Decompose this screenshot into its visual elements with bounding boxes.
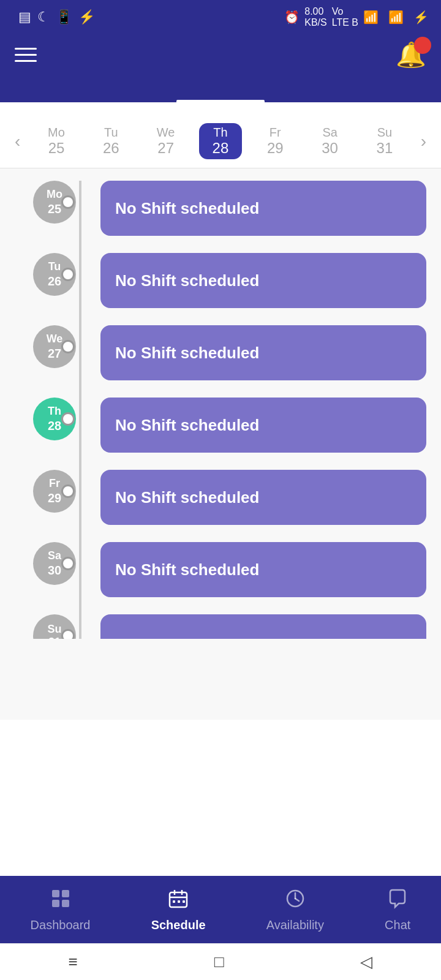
- status-icon-2: ☾: [37, 9, 50, 25]
- day-item-28[interactable]: Th28: [199, 123, 242, 159]
- timeline-line: [79, 181, 81, 253]
- tab-history[interactable]: [294, 81, 441, 102]
- svg-rect-0: [52, 890, 59, 897]
- svg-rect-8: [173, 900, 175, 903]
- status-speed: 8.00KB/S: [304, 6, 326, 28]
- timeline-dot-29: [61, 484, 75, 498]
- status-right: ⏰ 8.00KB/S VoLTE B 📶 📶 ⚡: [284, 6, 429, 28]
- prev-week-button[interactable]: ‹: [6, 129, 29, 154]
- sys-menu-button[interactable]: ≡: [69, 952, 78, 971]
- tab-bar: [0, 81, 441, 102]
- shift-text-27: No Shift scheduled: [115, 344, 259, 363]
- signal-icon: 📶: [363, 10, 379, 24]
- shift-text-29: No Shift scheduled: [115, 488, 259, 507]
- timeline-col: Tu26: [15, 253, 94, 296]
- bottom-navigation: DashboardScheduleAvailabilityChat: [0, 876, 441, 943]
- timeline-col: Sa30: [15, 542, 94, 585]
- schedule-row-29: Fr29No Shift scheduled: [15, 470, 426, 525]
- nav-label-availability: Availability: [266, 918, 324, 932]
- schedule-icon: [167, 888, 189, 914]
- svg-rect-3: [62, 900, 69, 907]
- svg-rect-9: [178, 900, 180, 903]
- hamburger-button[interactable]: [15, 48, 37, 62]
- day-item-31[interactable]: Su31: [363, 123, 406, 159]
- timeline-dot-30: [61, 557, 75, 570]
- schedule-row-partial: Su31: [15, 614, 426, 639]
- timeline-line-partial: [79, 614, 81, 639]
- status-icon-3: 📱: [56, 9, 72, 25]
- shift-text-25: No Shift scheduled: [115, 199, 259, 218]
- shift-text-28: No Shift scheduled: [115, 416, 259, 435]
- nav-item-schedule[interactable]: Schedule: [139, 884, 218, 936]
- timeline-dot-25: [61, 195, 75, 209]
- nav-label-dashboard: Dashboard: [31, 918, 91, 932]
- nav-item-dashboard[interactable]: Dashboard: [18, 884, 103, 936]
- day-item-30[interactable]: Sa30: [309, 123, 352, 159]
- timeline-col: Th28: [15, 398, 94, 440]
- svg-rect-10: [183, 900, 185, 903]
- day-item-26[interactable]: Tu26: [89, 123, 132, 159]
- status-vo: VoLTE B: [332, 6, 358, 28]
- timeline-dot-partial: [61, 629, 75, 639]
- day-item-27[interactable]: We27: [145, 123, 187, 159]
- schedule-row-26: Tu26No Shift scheduled: [15, 253, 426, 308]
- availability-icon: [284, 888, 306, 914]
- timeline-line: [79, 325, 81, 398]
- shift-card-28[interactable]: No Shift scheduled: [100, 398, 426, 453]
- status-bar: ▤ ☾ 📱 ⚡ ⏰ 8.00KB/S VoLTE B 📶 📶 ⚡: [0, 0, 441, 34]
- system-navigation: ≡ □ ◁: [0, 943, 441, 980]
- sys-back-button[interactable]: ◁: [360, 952, 372, 971]
- nav-item-chat[interactable]: Chat: [372, 884, 423, 936]
- schedule-row-25: Mo25No Shift scheduled: [15, 181, 426, 236]
- shift-card-30[interactable]: No Shift scheduled: [100, 542, 426, 597]
- timeline-line: [79, 253, 81, 325]
- next-week-button[interactable]: ›: [412, 129, 435, 154]
- timeline-dot-28: [61, 412, 75, 426]
- status-icon-1: ▤: [18, 9, 31, 25]
- sys-home-button[interactable]: □: [214, 952, 224, 971]
- timeline-col-partial: Su31: [15, 614, 94, 639]
- svg-rect-1: [62, 890, 69, 897]
- notification-badge: [414, 37, 431, 54]
- timeline-line: [79, 542, 81, 614]
- week-navigation: ‹ Mo25Tu26We27Th28Fr29Sa30Su31 ›: [0, 119, 441, 168]
- status-left: ▤ ☾ 📱 ⚡: [12, 9, 95, 25]
- nav-label-chat: Chat: [385, 918, 410, 932]
- timeline-dot-27: [61, 340, 75, 353]
- timeline-line: [79, 398, 81, 470]
- shift-card-27[interactable]: No Shift scheduled: [100, 325, 426, 380]
- app-header: 🔔: [0, 34, 441, 81]
- day-item-29[interactable]: Fr29: [254, 123, 296, 159]
- svg-rect-4: [170, 892, 187, 907]
- dashboard-icon: [50, 888, 72, 914]
- shift-card-partial[interactable]: [100, 614, 426, 639]
- shift-card-26[interactable]: No Shift scheduled: [100, 253, 426, 308]
- alarm-icon: ⏰: [284, 10, 300, 24]
- month-header: [0, 102, 441, 119]
- timeline-col: Mo25: [15, 181, 94, 224]
- notification-button[interactable]: 🔔: [396, 40, 426, 69]
- week-days: Mo25Tu26We27Th28Fr29Sa30Su31: [29, 123, 412, 159]
- schedule-row-30: Sa30No Shift scheduled: [15, 542, 426, 597]
- shift-text-26: No Shift scheduled: [115, 271, 259, 290]
- nav-label-schedule: Schedule: [151, 918, 206, 932]
- timeline-line: [79, 470, 81, 542]
- status-icon-4: ⚡: [78, 9, 95, 25]
- shift-card-25[interactable]: No Shift scheduled: [100, 181, 426, 236]
- schedule-row-27: We27No Shift scheduled: [15, 325, 426, 380]
- signal-icon-2: 📶: [388, 10, 404, 24]
- shift-text-30: No Shift scheduled: [115, 560, 259, 579]
- nav-item-availability[interactable]: Availability: [254, 884, 336, 936]
- timeline-col: Fr29: [15, 470, 94, 513]
- svg-line-13: [295, 899, 299, 901]
- schedule-list: Mo25No Shift scheduledTu26No Shift sched…: [0, 168, 441, 720]
- timeline-dot-26: [61, 268, 75, 281]
- day-item-25[interactable]: Mo25: [35, 123, 78, 159]
- chat-icon: [386, 888, 409, 914]
- battery-icon: ⚡: [413, 10, 429, 24]
- shift-card-29[interactable]: No Shift scheduled: [100, 470, 426, 525]
- timeline-col: We27: [15, 325, 94, 368]
- schedule-row-28: Th28No Shift scheduled: [15, 398, 426, 453]
- tab-vacancy[interactable]: [0, 81, 147, 102]
- tab-assigned[interactable]: [147, 81, 294, 102]
